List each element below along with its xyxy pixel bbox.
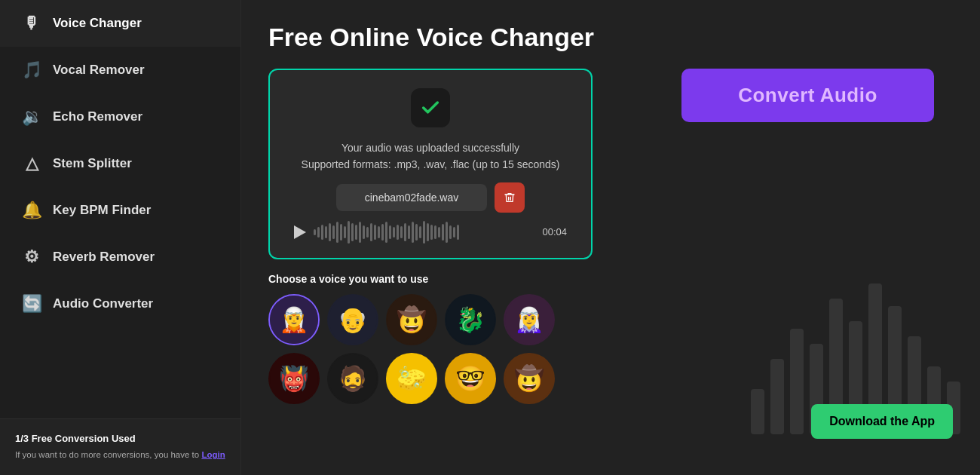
- voice-avatar-6[interactable]: 👹: [268, 353, 320, 404]
- waveform-bar: [325, 226, 327, 238]
- voice-avatar-3[interactable]: 🤠: [386, 294, 437, 345]
- waveform-bar: [408, 225, 410, 239]
- waveform-bar: [389, 225, 391, 239]
- upload-success-text: Your audio was uploaded successfully Sup…: [302, 139, 560, 173]
- bg-waveform-bar: [790, 329, 804, 434]
- sidebar-label-vocal-remover: Vocal Remover: [53, 63, 145, 78]
- file-name: cinebam02fade.wav: [336, 184, 487, 211]
- waveform-bar: [359, 222, 361, 243]
- sidebar-item-stem-splitter[interactable]: △ Stem Splitter: [0, 140, 240, 187]
- sidebar-label-reverb-remover: Reverb Remover: [53, 250, 155, 265]
- voice-avatar-7[interactable]: 🧔: [327, 353, 378, 404]
- download-app-button[interactable]: Download the App: [811, 404, 953, 439]
- play-button[interactable]: [294, 225, 306, 239]
- waveform-bar: [366, 227, 369, 238]
- conversion-desc: If you want to do more conversions, you …: [15, 449, 225, 461]
- sidebar-item-echo-remover[interactable]: 🔉 Echo Remover: [0, 93, 240, 140]
- sidebar-item-audio-converter[interactable]: 🔄 Audio Converter: [0, 280, 240, 327]
- waveform-bar: [393, 227, 395, 238]
- sidebar-label-key-bpm-finder: Key BPM Finder: [53, 203, 151, 218]
- voice-avatar-2[interactable]: 👴: [327, 294, 378, 345]
- convert-audio-button[interactable]: Convert Audio: [681, 69, 934, 122]
- voice-avatar-5[interactable]: 🧝‍♀️: [504, 294, 555, 345]
- sidebar-icon-vocal-remover: 🎵: [21, 60, 42, 80]
- duration: 00:04: [540, 226, 567, 238]
- upload-box: Your audio was uploaded successfully Sup…: [268, 69, 593, 259]
- file-row: cinebam02fade.wav: [291, 182, 570, 213]
- waveform-bar: [419, 226, 421, 238]
- waveform-bar: [332, 225, 335, 239]
- sidebar-icon-audio-converter: 🔄: [21, 294, 42, 314]
- sidebar-label-audio-converter: Audio Converter: [53, 296, 153, 311]
- sidebar-label-echo-remover: Echo Remover: [53, 109, 142, 124]
- waveform-bar: [355, 225, 357, 240]
- sidebar-item-key-bpm-finder[interactable]: 🔔 Key BPM Finder: [0, 187, 240, 234]
- waveform-bar: [434, 225, 436, 239]
- right-panel: Convert Audio Download the App: [681, 69, 953, 457]
- waveform-bar: [348, 221, 350, 244]
- voice-avatar-4[interactable]: 🐉: [445, 294, 496, 345]
- voice-avatar-1[interactable]: 🧝: [268, 294, 320, 345]
- sidebar-label-stem-splitter: Stem Splitter: [53, 156, 132, 171]
- sidebar-icon-stem-splitter: △: [21, 154, 42, 173]
- waveform-bar: [427, 223, 429, 241]
- voice-section-label: Choose a voice you want to use: [268, 273, 654, 285]
- audio-player: 00:04: [291, 222, 570, 243]
- voice-avatar-9[interactable]: 🤓: [445, 353, 496, 404]
- login-link[interactable]: Login: [201, 450, 225, 459]
- waveform-bar: [317, 227, 320, 238]
- voice-row-2: 👹🧔🧽🤓🤠: [268, 353, 654, 404]
- voice-section: Choose a voice you want to use 🧝👴🤠🐉🧝‍♀️👹…: [268, 273, 654, 404]
- waveform-bar: [378, 226, 380, 238]
- waveform-bar: [442, 224, 444, 241]
- waveform-bar: [446, 222, 448, 243]
- waveform-bar: [449, 225, 452, 239]
- waveform-bar: [374, 225, 376, 240]
- sidebar-item-reverb-remover[interactable]: ⚙ Reverb Remover: [0, 234, 240, 280]
- voice-avatar-10[interactable]: 🤠: [504, 353, 555, 404]
- svg-marker-0: [294, 225, 306, 239]
- voice-grid: 🧝👴🤠🐉🧝‍♀️👹🧔🧽🤓🤠: [268, 294, 654, 404]
- sidebar-item-voice-changer[interactable]: 🎙 Voice Changer: [0, 0, 240, 47]
- bg-waveform-bar: [770, 359, 784, 434]
- waveform-bar: [340, 224, 342, 241]
- waveform-bar: [423, 221, 425, 244]
- content-area: Your audio was uploaded successfully Sup…: [268, 69, 953, 457]
- waveform-bar: [430, 225, 433, 240]
- left-panel: Your audio was uploaded successfully Sup…: [268, 69, 654, 457]
- waveform-bar: [344, 226, 346, 238]
- waveform: [314, 222, 532, 243]
- waveform-bar: [400, 226, 403, 238]
- waveform-bar: [321, 225, 323, 240]
- waveform-bar: [370, 223, 372, 241]
- voice-avatar-8[interactable]: 🧽: [386, 353, 437, 404]
- sidebar: 🎙 Voice Changer 🎵 Vocal Remover 🔉 Echo R…: [0, 0, 241, 475]
- waveform-bar: [404, 223, 406, 241]
- waveform-bar: [457, 225, 459, 240]
- bg-waveform-bar: [751, 389, 764, 434]
- sidebar-item-vocal-remover[interactable]: 🎵 Vocal Remover: [0, 47, 240, 93]
- waveform-bar: [412, 222, 414, 243]
- waveform-bar: [397, 225, 399, 240]
- waveform-bar: [381, 224, 384, 241]
- delete-file-button[interactable]: [495, 182, 525, 213]
- sidebar-icon-reverb-remover: ⚙: [21, 247, 42, 267]
- page-title: Free Online Voice Changer: [268, 23, 953, 52]
- main-content: Free Online Voice Changer Your audio was…: [241, 0, 980, 475]
- waveform-bar: [314, 229, 316, 235]
- waveform-bar: [363, 225, 365, 239]
- waveform-bar: [329, 223, 331, 241]
- waveform-bar: [385, 222, 387, 243]
- waveform-bar: [351, 223, 354, 241]
- voice-row-1: 🧝👴🤠🐉🧝‍♀️: [268, 294, 654, 345]
- waveform-bar: [415, 224, 418, 241]
- conversion-info: 1/3 Free Conversion Used If you want to …: [0, 418, 240, 475]
- sidebar-label-voice-changer: Voice Changer: [53, 16, 142, 31]
- waveform-bar: [453, 227, 455, 238]
- waveform-bar: [336, 222, 338, 243]
- sidebar-icon-voice-changer: 🎙: [21, 14, 42, 33]
- sidebar-icon-echo-remover: 🔉: [21, 107, 42, 127]
- success-icon: [411, 88, 450, 127]
- waveform-bar: [438, 227, 440, 238]
- sidebar-icon-key-bpm-finder: 🔔: [21, 201, 42, 220]
